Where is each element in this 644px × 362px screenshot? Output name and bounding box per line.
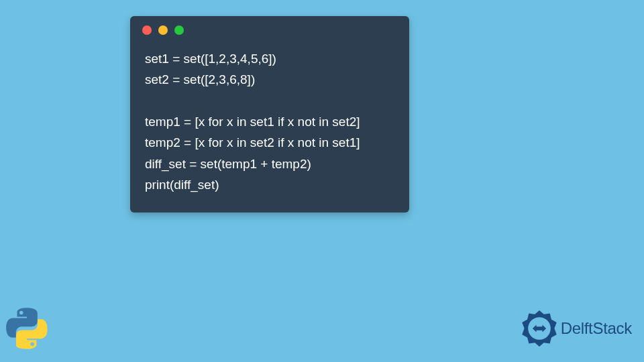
delftstack-logo: DelftStack — [521, 310, 632, 347]
window-titlebar — [130, 16, 409, 44]
python-logo-icon — [5, 307, 48, 350]
code-line: set2 = set([2,3,6,8]) — [145, 69, 394, 90]
brand-name: DelftStack — [561, 319, 632, 338]
code-line — [145, 90, 394, 111]
code-window: set1 = set([1,2,3,4,5,6]) set2 = set([2,… — [130, 16, 409, 213]
code-line: print(diff_set) — [145, 174, 394, 195]
close-icon — [142, 25, 152, 35]
maximize-icon — [174, 25, 184, 35]
minimize-icon — [158, 25, 168, 35]
code-line: temp2 = [x for x in set2 if x not in set… — [145, 132, 394, 153]
code-line: set1 = set([1,2,3,4,5,6]) — [145, 48, 394, 69]
code-body: set1 = set([1,2,3,4,5,6]) set2 = set([2,… — [130, 44, 409, 213]
delftstack-badge-icon — [521, 310, 558, 347]
code-line: diff_set = set(temp1 + temp2) — [145, 154, 394, 174]
code-line: temp1 = [x for x in set1 if x not in set… — [145, 111, 394, 132]
